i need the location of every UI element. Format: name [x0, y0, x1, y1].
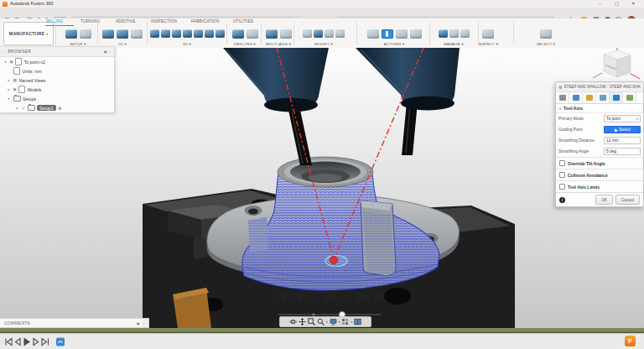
collapse-icon[interactable]: –	[3, 49, 6, 55]
checkbox-icon[interactable]	[559, 184, 565, 190]
maximize-button[interactable]: ▢	[615, 1, 619, 7]
setup-sheet-doc-icon[interactable]	[410, 29, 422, 39]
group-multiaxis-label[interactable]: MULTI-AXIS ▾	[262, 42, 295, 46]
caret-collapsed-icon[interactable]: ▸	[15, 106, 19, 110]
thread-icon[interactable]	[325, 29, 334, 38]
display-settings-icon[interactable]	[330, 318, 337, 326]
visibility-eye-icon[interactable]: ◉	[13, 87, 17, 91]
ramp-icon[interactable]	[205, 29, 214, 38]
tool-axis-limits-section[interactable]: Tool Axis Limits	[556, 180, 643, 192]
collision-avoidance-section[interactable]: Collision Avoidance	[556, 169, 643, 180]
caret-expanded-icon[interactable]: ▾	[7, 96, 11, 101]
timeline-step-back-icon[interactable]	[16, 339, 21, 346]
tree-item-models[interactable]: ▸ ◉ Models	[0, 85, 114, 94]
face-icon[interactable]	[131, 29, 143, 39]
post-process-icon[interactable]	[396, 29, 408, 39]
edit-points-icon[interactable]	[335, 29, 345, 38]
tab-passes[interactable]	[596, 92, 610, 103]
tab-linking[interactable]	[610, 92, 623, 103]
previous-operation-button[interactable]	[290, 292, 302, 301]
pocket-clearing-icon[interactable]	[161, 29, 170, 38]
selection-box-icon[interactable]	[540, 29, 552, 39]
zoom-icon[interactable]	[317, 318, 325, 326]
timeline-end-icon[interactable]	[42, 339, 49, 346]
caret-expanded-icon[interactable]: ▾	[3, 60, 8, 64]
tab-additive[interactable]: ADDITIVE	[116, 19, 136, 23]
pause-button[interactable]	[326, 291, 334, 301]
swarf-icon[interactable]	[266, 29, 278, 39]
setup-sheet-icon[interactable]	[80, 29, 91, 39]
generate-icon[interactable]	[367, 29, 379, 39]
zoom-window-icon[interactable]	[308, 318, 315, 326]
next-operation-button[interactable]	[358, 292, 370, 301]
ok-button[interactable]: OK	[595, 195, 613, 205]
measure-icon[interactable]	[482, 29, 494, 39]
pan-icon[interactable]	[299, 318, 306, 326]
tree-item-setups[interactable]: ▾ Setups	[0, 94, 114, 103]
skip-end-button[interactable]	[375, 292, 383, 301]
simulate-icon[interactable]	[382, 29, 393, 39]
minimize-button[interactable]: –	[599, 1, 601, 7]
delete-toolpath-icon[interactable]	[314, 29, 323, 38]
caret-collapsed-icon[interactable]: ▸	[7, 87, 11, 91]
skip-start-button[interactable]	[277, 292, 285, 301]
trim-icon[interactable]	[303, 29, 312, 38]
grid-settings-icon[interactable]	[341, 318, 349, 326]
override-tilt-angle-section[interactable]: Override Tilt Angle	[556, 157, 643, 169]
caret-down-icon[interactable]: ▾	[326, 320, 328, 324]
templates-icon[interactable]	[449, 29, 459, 38]
close-button[interactable]: ✕	[631, 1, 636, 7]
checkbox-icon[interactable]	[559, 172, 565, 178]
tab-extra[interactable]	[623, 92, 636, 103]
tree-item-units[interactable]: Units: mm	[0, 66, 114, 76]
tree-item-setup1[interactable]: ▸ ✓ Setup1 ⊕	[0, 103, 114, 112]
bore-icon[interactable]	[247, 29, 258, 39]
caret-down-icon[interactable]: ▾	[351, 320, 352, 324]
group-manage-label[interactable]: MANAGE ▾	[431, 42, 476, 46]
add-operation-icon[interactable]: ⊕	[58, 106, 62, 111]
chevron-icon[interactable]: ›	[109, 49, 111, 54]
2d-pocket-icon[interactable]	[117, 29, 128, 39]
spiral-icon[interactable]	[216, 29, 225, 38]
tab-utilities[interactable]: UTILITIES	[233, 19, 253, 23]
orbit-icon[interactable]	[289, 318, 297, 326]
rotary-icon[interactable]	[280, 29, 292, 39]
tab-inspection[interactable]: INSPECTION	[151, 19, 177, 23]
tool-axis-section-header[interactable]: ▾ Tool Axis	[556, 104, 643, 113]
timeline-play-icon[interactable]	[24, 339, 29, 346]
browser-header[interactable]: – BROWSER ● ›	[0, 47, 114, 57]
setup1-selected-badge[interactable]: Setup1	[37, 105, 55, 111]
viewports-icon[interactable]	[354, 318, 361, 326]
checkbox-icon[interactable]	[559, 160, 565, 166]
tool-library-icon[interactable]	[439, 29, 448, 38]
group-modify-label[interactable]: MODIFY ▾	[295, 42, 352, 46]
tab-tool[interactable]	[556, 92, 569, 103]
tab-fabrication[interactable]: FABRICATION	[191, 19, 220, 23]
group-select-label[interactable]: SELECT ▾	[528, 42, 564, 46]
drill-icon[interactable]	[232, 29, 244, 39]
primary-mode-select[interactable]: To point ▾	[604, 115, 641, 122]
guiding-point-select-button[interactable]: Select	[604, 126, 641, 133]
caret-down-icon[interactable]: ▾	[339, 320, 340, 324]
comments-panel[interactable]: COMMENTS ● ›	[0, 318, 149, 328]
chevron-icon[interactable]: ›	[143, 321, 144, 326]
timeline-options-icon[interactable]	[56, 338, 65, 346]
tab-geometry[interactable]	[569, 92, 583, 103]
tree-item-named-views[interactable]: ▸ ▦ Named Views	[0, 76, 114, 85]
fast-forward-button[interactable]	[340, 292, 351, 301]
info-icon[interactable]: i	[559, 197, 565, 203]
group-drilling-label[interactable]: DRILLING ▾	[228, 42, 262, 46]
parallel-icon[interactable]	[183, 29, 192, 38]
steep-shallow-icon[interactable]	[172, 29, 181, 38]
new-setup-icon[interactable]	[65, 29, 77, 39]
fusion-job-status-icon[interactable]: F	[625, 336, 636, 346]
tab-heights[interactable]	[583, 92, 596, 103]
group-actions-label[interactable]: ACTIONS ▾	[359, 42, 429, 46]
group-3d-label[interactable]: 3D ▾	[148, 42, 226, 46]
tree-item-document[interactable]: ▾ ◉ To point v2	[0, 57, 114, 66]
timeline-step-forward-icon[interactable]	[34, 339, 39, 346]
caret-collapsed-icon[interactable]: ▸	[7, 78, 11, 82]
rewind-button[interactable]	[308, 292, 319, 301]
dialog-header[interactable]: ⚙ STEEP AND SHALLOW : STEEP AND SHALLOW	[556, 82, 643, 92]
smoothing-angle-input[interactable]: 5 deg	[604, 148, 641, 155]
